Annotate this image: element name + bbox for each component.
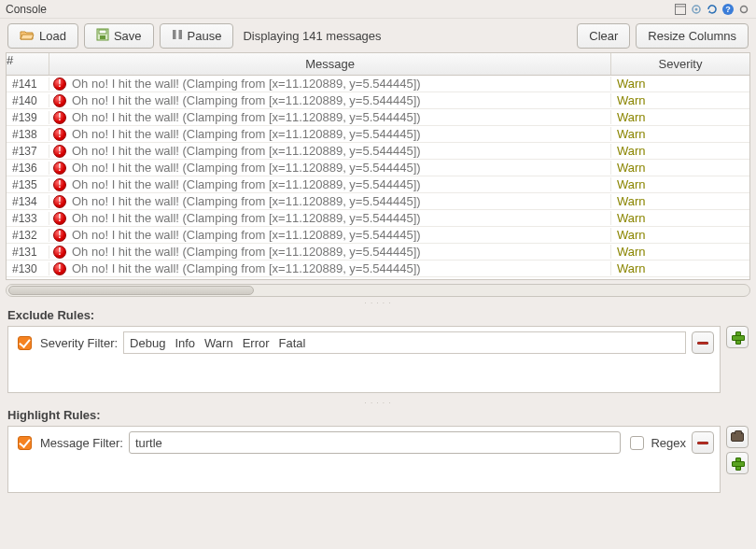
regex-checkbox[interactable] — [630, 436, 644, 450]
resize-label: Resize Columns — [648, 29, 736, 43]
row-severity: Warn — [611, 211, 749, 225]
error-icon — [53, 128, 66, 141]
row-message-text: Oh no! I hit the wall! (Clamping from [x… — [72, 261, 421, 275]
row-message-text: Oh no! I hit the wall! (Clamping from [x… — [72, 144, 421, 158]
row-severity: Warn — [611, 93, 749, 107]
save-label: Save — [114, 29, 142, 43]
table-row[interactable]: #132Oh no! I hit the wall! (Clamping fro… — [7, 227, 749, 244]
table-row[interactable]: #137Oh no! I hit the wall! (Clamping fro… — [7, 143, 749, 160]
exclude-rule-checkbox[interactable] — [18, 336, 32, 350]
row-severity: Warn — [611, 161, 749, 175]
row-message: Oh no! I hit the wall! (Clamping from [x… — [49, 245, 611, 259]
folder-open-icon — [20, 28, 35, 44]
row-message-text: Oh no! I hit the wall! (Clamping from [x… — [72, 77, 421, 91]
table-row[interactable]: #130Oh no! I hit the wall! (Clamping fro… — [7, 260, 749, 277]
clear-label: Clear — [589, 29, 618, 43]
titlebar: Console ? — [0, 0, 756, 19]
row-number: #138 — [7, 128, 49, 141]
save-icon — [96, 28, 109, 44]
severity-value: Fatal — [279, 336, 306, 350]
message-filter-input[interactable] — [129, 431, 622, 454]
pause-label: Pause — [188, 29, 222, 43]
row-message-text: Oh no! I hit the wall! (Clamping from [x… — [72, 228, 421, 242]
splitter-handle[interactable]: · · · · · — [0, 299, 756, 306]
table-row[interactable]: #135Oh no! I hit the wall! (Clamping fro… — [7, 176, 749, 193]
load-button[interactable]: Load — [7, 23, 78, 49]
highlight-settings-button[interactable] — [726, 426, 749, 448]
reload-icon[interactable] — [705, 2, 719, 16]
horizontal-scrollbar[interactable] — [6, 282, 750, 299]
severity-value: Debug — [130, 336, 165, 350]
exclude-rule-label: Severity Filter: — [40, 336, 118, 350]
error-icon — [53, 111, 66, 124]
grid-header: # Message Severity — [7, 53, 749, 76]
table-row[interactable]: #136Oh no! I hit the wall! (Clamping fro… — [7, 160, 749, 176]
clear-button[interactable]: Clear — [577, 23, 630, 49]
row-message: Oh no! I hit the wall! (Clamping from [x… — [49, 127, 611, 141]
add-highlight-rule-button[interactable] — [726, 452, 749, 474]
table-row[interactable]: #139Oh no! I hit the wall! (Clamping fro… — [7, 109, 749, 126]
severity-filter-values[interactable]: DebugInfoWarnErrorFatal — [123, 331, 686, 354]
splitter-handle[interactable]: · · · · · — [0, 399, 756, 406]
save-button[interactable]: Save — [84, 23, 154, 49]
svg-rect-10 — [178, 30, 182, 39]
exclude-rule-row: Severity Filter: DebugInfoWarnErrorFatal — [10, 331, 718, 355]
column-header-message[interactable]: Message — [49, 53, 611, 75]
row-severity: Warn — [611, 194, 749, 208]
message-grid: # Message Severity #141Oh no! I hit the … — [6, 52, 750, 280]
error-icon — [53, 162, 66, 175]
svg-rect-8 — [100, 35, 105, 39]
table-row[interactable]: #133Oh no! I hit the wall! (Clamping fro… — [7, 210, 749, 227]
row-message-text: Oh no! I hit the wall! (Clamping from [x… — [72, 194, 421, 208]
row-severity: Warn — [611, 245, 749, 259]
status-text: Displaying 141 messages — [243, 29, 381, 43]
pause-button[interactable]: Pause — [160, 23, 234, 49]
remove-exclude-rule-button[interactable] — [692, 331, 714, 354]
row-message: Oh no! I hit the wall! (Clamping from [x… — [49, 161, 611, 175]
help-icon[interactable]: ? — [721, 2, 735, 16]
svg-point-2 — [694, 7, 697, 10]
error-icon — [53, 77, 66, 91]
error-icon — [53, 94, 66, 107]
row-message: Oh no! I hit the wall! (Clamping from [x… — [49, 77, 611, 91]
resize-columns-button[interactable]: Resize Columns — [636, 23, 749, 49]
grid-body[interactable]: #141Oh no! I hit the wall! (Clamping fro… — [7, 76, 749, 279]
row-message: Oh no! I hit the wall! (Clamping from [x… — [49, 177, 611, 191]
highlight-rules-title: Highlight Rules: — [0, 406, 756, 426]
minus-icon — [697, 342, 708, 345]
toolbar: Load Save Pause Displaying 141 messages … — [0, 19, 756, 52]
row-severity: Warn — [611, 127, 749, 141]
row-number: #136 — [7, 162, 49, 175]
gear-icon[interactable] — [689, 2, 703, 16]
row-message-text: Oh no! I hit the wall! (Clamping from [x… — [72, 245, 421, 259]
column-header-number[interactable]: # — [7, 53, 49, 75]
table-row[interactable]: #141Oh no! I hit the wall! (Clamping fro… — [7, 76, 749, 92]
exclude-rules-box: Severity Filter: DebugInfoWarnErrorFatal — [7, 326, 749, 393]
error-icon — [53, 145, 66, 158]
row-number: #141 — [7, 77, 49, 91]
svg-rect-9 — [173, 30, 176, 39]
row-message-text: Oh no! I hit the wall! (Clamping from [x… — [72, 161, 421, 175]
row-message: Oh no! I hit the wall! (Clamping from [x… — [49, 93, 611, 107]
column-header-severity[interactable]: Severity — [611, 53, 749, 75]
row-message: Oh no! I hit the wall! (Clamping from [x… — [49, 110, 611, 124]
detach-icon[interactable] — [673, 2, 687, 16]
highlight-rule-checkbox[interactable] — [18, 436, 32, 450]
severity-value: Info — [175, 336, 195, 350]
row-number: #133 — [7, 212, 49, 225]
table-row[interactable]: #140Oh no! I hit the wall! (Clamping fro… — [7, 92, 749, 109]
remove-highlight-rule-button[interactable] — [692, 431, 714, 454]
row-severity: Warn — [611, 261, 749, 275]
table-row[interactable]: #131Oh no! I hit the wall! (Clamping fro… — [7, 244, 749, 260]
row-message-text: Oh no! I hit the wall! (Clamping from [x… — [72, 177, 421, 191]
regex-label: Regex — [651, 436, 686, 450]
plus-icon — [732, 458, 743, 469]
table-row[interactable]: #138Oh no! I hit the wall! (Clamping fro… — [7, 126, 749, 143]
add-exclude-rule-button[interactable] — [726, 326, 749, 348]
close-dot-icon[interactable] — [736, 2, 750, 16]
error-icon — [53, 195, 66, 208]
row-number: #131 — [7, 246, 49, 259]
highlight-rules-box: Message Filter: Regex — [7, 426, 749, 493]
error-icon — [53, 229, 66, 242]
table-row[interactable]: #134Oh no! I hit the wall! (Clamping fro… — [7, 193, 749, 210]
